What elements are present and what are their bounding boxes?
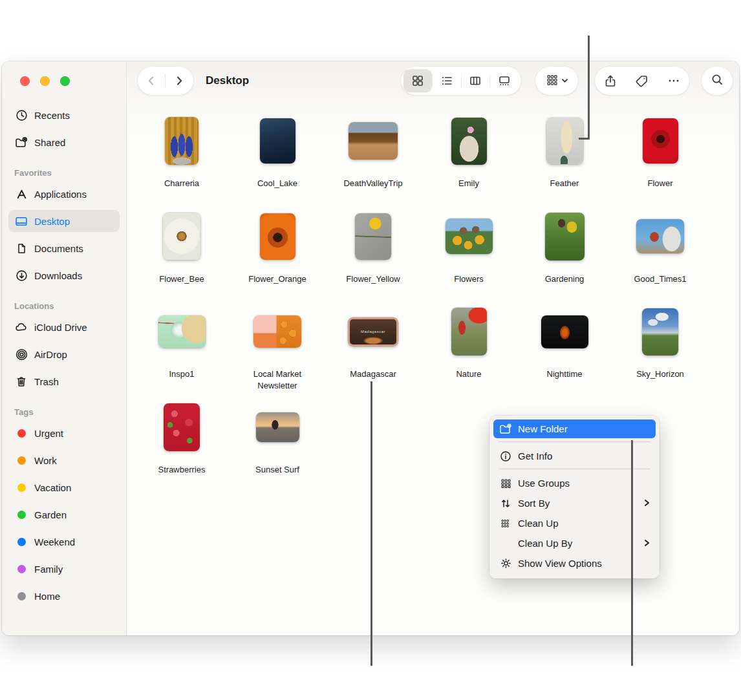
search-button[interactable] <box>702 67 733 95</box>
desktop-icon <box>14 214 28 228</box>
sidebar: Recents Shared Favorites Applications <box>2 61 127 635</box>
more-button[interactable] <box>661 67 687 95</box>
thumbnail-caption: Madagascar <box>361 330 385 334</box>
sort-icon <box>499 498 513 509</box>
file-item[interactable]: Local Market Newsletter <box>230 297 325 393</box>
file-thumbnail-box <box>134 297 230 366</box>
info-icon <box>499 451 513 462</box>
sidebar-item-label: Family <box>34 564 63 575</box>
file-item[interactable]: Gardening <box>517 202 612 298</box>
menu-item-label: New Folder <box>518 423 650 434</box>
file-item[interactable]: Feather <box>517 107 612 202</box>
download-icon <box>14 268 28 282</box>
sidebar-item-airdrop[interactable]: AirDrop <box>8 343 120 365</box>
file-thumbnail <box>541 315 588 348</box>
file-thumbnail-box <box>325 107 421 175</box>
file-item[interactable]: Emily <box>421 107 517 202</box>
sidebar-item-trash[interactable]: Trash <box>8 370 120 392</box>
sidebar-item-tag-vacation[interactable]: Vacation <box>8 476 120 498</box>
tag-dot-blue <box>14 535 28 549</box>
back-button[interactable] <box>138 67 165 95</box>
file-thumbnail <box>355 213 391 260</box>
menu-item-label: Clean Up By <box>518 538 639 549</box>
file-name: Charreria <box>164 178 199 189</box>
file-thumbnail <box>260 118 295 164</box>
sidebar-item-applications[interactable]: Applications <box>8 183 120 205</box>
tag-button[interactable] <box>629 67 655 95</box>
sidebar-item-label: Documents <box>34 243 83 254</box>
file-item[interactable]: Flower_Orange <box>230 202 325 298</box>
clean-up-icon <box>499 518 513 529</box>
file-item[interactable]: Charreria <box>134 107 230 202</box>
file-name: Feather <box>550 178 579 189</box>
list-view-button[interactable] <box>433 69 461 92</box>
close-button[interactable] <box>20 76 30 86</box>
sidebar-item-icloud-drive[interactable]: iCloud Drive <box>8 316 120 338</box>
sidebar-item-downloads[interactable]: Downloads <box>8 264 120 286</box>
file-name: Cool_Lake <box>257 178 297 189</box>
file-item[interactable]: DeathValleyTrip <box>325 107 421 202</box>
sidebar-section-tags: Tags <box>14 404 120 417</box>
file-thumbnail-box <box>517 297 612 366</box>
file-thumbnail-box <box>517 202 612 271</box>
page-title: Desktop <box>206 67 249 95</box>
file-item[interactable]: Sunset Surf <box>230 393 325 489</box>
zoom-button[interactable] <box>60 76 70 86</box>
file-name: Strawberries <box>158 464 206 476</box>
file-item[interactable]: Nighttime <box>517 297 612 393</box>
submenu-chevron-icon <box>644 538 650 549</box>
gallery-view-button[interactable] <box>490 69 519 92</box>
tag-dot-red <box>14 426 28 440</box>
sidebar-item-tag-garden[interactable]: Garden <box>8 504 120 525</box>
sidebar-item-tag-family[interactable]: Family <box>8 558 120 580</box>
icon-view-button[interactable] <box>403 69 432 92</box>
file-name: Flower_Bee <box>159 273 204 285</box>
document-icon <box>14 241 28 255</box>
sidebar-section-favorites: Favorites <box>14 165 120 178</box>
file-thumbnail <box>643 118 678 164</box>
tag-dot-green <box>14 507 28 522</box>
screenshot-canvas: Recents Shared Favorites Applications <box>0 0 741 700</box>
forward-button[interactable] <box>166 67 193 95</box>
file-name: Local Market Newsletter <box>239 368 316 391</box>
sidebar-item-tag-work[interactable]: Work <box>8 449 120 471</box>
file-item[interactable]: Sky_Horizon <box>612 297 708 393</box>
file-item[interactable]: Flower_Bee <box>134 202 230 298</box>
file-name: Nighttime <box>547 368 583 380</box>
sidebar-item-label: Trash <box>34 376 59 387</box>
menu-item-new-folder[interactable]: New Folder <box>493 419 656 438</box>
share-button[interactable] <box>597 67 623 95</box>
column-view-button[interactable] <box>462 69 490 92</box>
file-item[interactable]: Good_Times1 <box>612 202 708 298</box>
file-item[interactable]: Nature <box>421 297 517 393</box>
file-item[interactable]: Madagascar Madagascar <box>325 297 421 393</box>
file-item[interactable]: Inspo1 <box>134 297 230 393</box>
shared-folder-icon <box>14 135 28 149</box>
sidebar-item-shared[interactable]: Shared <box>8 131 120 153</box>
callout-line-feather-bend <box>579 138 590 140</box>
file-thumbnail <box>446 218 493 254</box>
file-thumbnail <box>546 118 583 164</box>
tag-dot-yellow <box>14 480 28 494</box>
minimize-button[interactable] <box>40 76 50 86</box>
file-name: Nature <box>456 368 481 380</box>
sidebar-item-recents[interactable]: Recents <box>8 104 120 126</box>
sidebar-item-tag-home[interactable]: Home <box>8 585 120 607</box>
menu-separator <box>499 441 650 442</box>
use-groups-icon <box>499 478 513 489</box>
group-button[interactable] <box>535 67 578 95</box>
file-item[interactable]: Flower <box>612 107 708 202</box>
sidebar-item-label: iCloud Drive <box>34 322 87 333</box>
file-item[interactable]: Flower_Yellow <box>325 202 421 298</box>
sidebar-item-tag-weekend[interactable]: Weekend <box>8 531 120 553</box>
sidebar-item-desktop[interactable]: Desktop <box>8 210 120 232</box>
file-item[interactable]: Strawberries <box>134 393 230 489</box>
file-thumbnail-box <box>612 202 708 271</box>
file-item[interactable]: Flowers <box>421 202 517 298</box>
file-thumbnail-box: Madagascar <box>325 297 421 366</box>
file-item[interactable]: Cool_Lake <box>230 107 325 202</box>
menu-item-label: Show View Options <box>518 558 650 569</box>
sidebar-item-tag-urgent[interactable]: Urgent <box>8 422 120 444</box>
menu-item-label: Sort By <box>518 498 639 509</box>
sidebar-item-documents[interactable]: Documents <box>8 237 120 259</box>
